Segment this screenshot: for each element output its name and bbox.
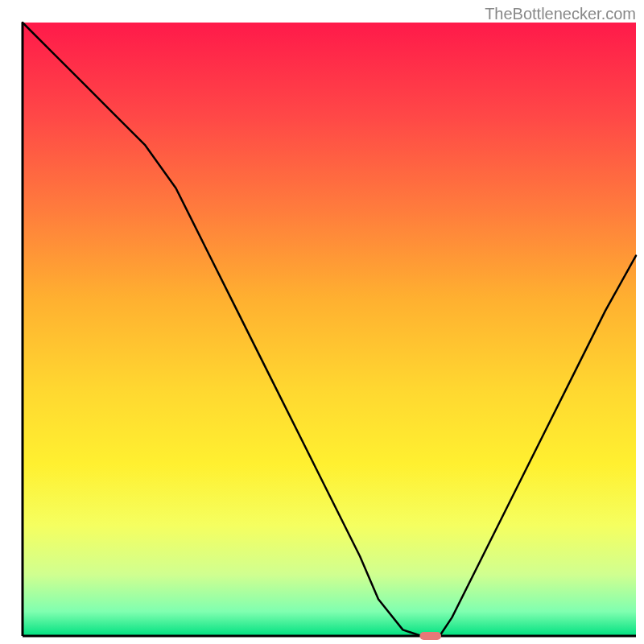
chart-container: TheBottlenecker.com [0,0,644,644]
bottleneck-chart [0,0,644,644]
optimal-marker [419,632,441,640]
watermark-text: TheBottlenecker.com [485,5,636,23]
